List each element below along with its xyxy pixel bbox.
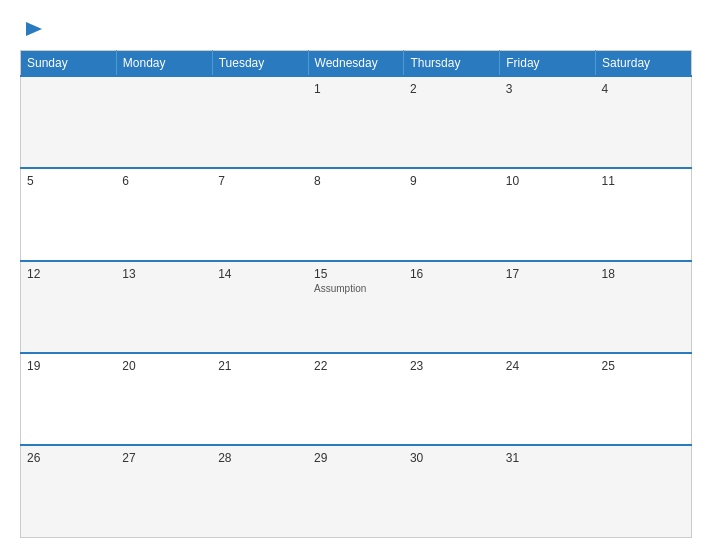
calendar-week-row: 19202122232425 bbox=[21, 353, 692, 445]
weekday-header-row: SundayMondayTuesdayWednesdayThursdayFrid… bbox=[21, 51, 692, 77]
calendar-week-row: 567891011 bbox=[21, 168, 692, 260]
weekday-header-monday: Monday bbox=[116, 51, 212, 77]
logo-flag-icon bbox=[22, 18, 44, 40]
calendar-cell: 20 bbox=[116, 353, 212, 445]
day-number: 26 bbox=[27, 451, 110, 465]
day-number: 12 bbox=[27, 267, 110, 281]
event-label: Assumption bbox=[314, 283, 398, 294]
day-number: 6 bbox=[122, 174, 206, 188]
day-number: 17 bbox=[506, 267, 590, 281]
day-number: 29 bbox=[314, 451, 398, 465]
calendar-cell: 5 bbox=[21, 168, 117, 260]
calendar-body: 123456789101112131415Assumption161718192… bbox=[21, 76, 692, 538]
calendar-cell: 11 bbox=[596, 168, 692, 260]
day-number: 23 bbox=[410, 359, 494, 373]
calendar-cell: 8 bbox=[308, 168, 404, 260]
calendar-page: SundayMondayTuesdayWednesdayThursdayFrid… bbox=[0, 0, 712, 550]
calendar-cell: 17 bbox=[500, 261, 596, 353]
calendar-header: SundayMondayTuesdayWednesdayThursdayFrid… bbox=[21, 51, 692, 77]
page-header bbox=[20, 18, 692, 40]
weekday-header-tuesday: Tuesday bbox=[212, 51, 308, 77]
calendar-cell: 12 bbox=[21, 261, 117, 353]
calendar-cell: 1 bbox=[308, 76, 404, 168]
calendar-cell: 18 bbox=[596, 261, 692, 353]
calendar-cell: 30 bbox=[404, 445, 500, 537]
calendar-cell: 7 bbox=[212, 168, 308, 260]
calendar-cell: 28 bbox=[212, 445, 308, 537]
day-number: 25 bbox=[602, 359, 685, 373]
calendar-cell: 21 bbox=[212, 353, 308, 445]
calendar-cell bbox=[212, 76, 308, 168]
calendar-cell: 26 bbox=[21, 445, 117, 537]
calendar-cell: 13 bbox=[116, 261, 212, 353]
calendar-cell: 27 bbox=[116, 445, 212, 537]
day-number: 7 bbox=[218, 174, 302, 188]
calendar-cell: 19 bbox=[21, 353, 117, 445]
calendar-cell bbox=[116, 76, 212, 168]
day-number: 21 bbox=[218, 359, 302, 373]
day-number: 18 bbox=[602, 267, 685, 281]
calendar-cell: 29 bbox=[308, 445, 404, 537]
calendar-cell: 15Assumption bbox=[308, 261, 404, 353]
day-number: 3 bbox=[506, 82, 590, 96]
calendar-week-row: 262728293031 bbox=[21, 445, 692, 537]
weekday-header-saturday: Saturday bbox=[596, 51, 692, 77]
day-number: 16 bbox=[410, 267, 494, 281]
calendar-cell: 2 bbox=[404, 76, 500, 168]
day-number: 27 bbox=[122, 451, 206, 465]
calendar-cell: 10 bbox=[500, 168, 596, 260]
day-number: 5 bbox=[27, 174, 110, 188]
calendar-cell bbox=[596, 445, 692, 537]
calendar-cell: 22 bbox=[308, 353, 404, 445]
weekday-header-friday: Friday bbox=[500, 51, 596, 77]
day-number: 8 bbox=[314, 174, 398, 188]
day-number: 13 bbox=[122, 267, 206, 281]
day-number: 28 bbox=[218, 451, 302, 465]
logo bbox=[20, 18, 44, 40]
calendar-week-row: 12131415Assumption161718 bbox=[21, 261, 692, 353]
calendar-cell: 4 bbox=[596, 76, 692, 168]
calendar-cell bbox=[21, 76, 117, 168]
calendar-cell: 9 bbox=[404, 168, 500, 260]
day-number: 15 bbox=[314, 267, 398, 281]
calendar-cell: 16 bbox=[404, 261, 500, 353]
calendar-cell: 31 bbox=[500, 445, 596, 537]
day-number: 30 bbox=[410, 451, 494, 465]
calendar-cell: 25 bbox=[596, 353, 692, 445]
day-number: 22 bbox=[314, 359, 398, 373]
day-number: 10 bbox=[506, 174, 590, 188]
calendar-table: SundayMondayTuesdayWednesdayThursdayFrid… bbox=[20, 50, 692, 538]
calendar-cell: 3 bbox=[500, 76, 596, 168]
calendar-cell: 14 bbox=[212, 261, 308, 353]
day-number: 2 bbox=[410, 82, 494, 96]
calendar-cell: 24 bbox=[500, 353, 596, 445]
day-number: 20 bbox=[122, 359, 206, 373]
svg-marker-0 bbox=[26, 22, 42, 36]
weekday-header-thursday: Thursday bbox=[404, 51, 500, 77]
day-number: 9 bbox=[410, 174, 494, 188]
day-number: 14 bbox=[218, 267, 302, 281]
day-number: 4 bbox=[602, 82, 685, 96]
day-number: 11 bbox=[602, 174, 685, 188]
calendar-week-row: 1234 bbox=[21, 76, 692, 168]
day-number: 31 bbox=[506, 451, 590, 465]
weekday-header-sunday: Sunday bbox=[21, 51, 117, 77]
day-number: 19 bbox=[27, 359, 110, 373]
day-number: 24 bbox=[506, 359, 590, 373]
weekday-header-wednesday: Wednesday bbox=[308, 51, 404, 77]
calendar-cell: 6 bbox=[116, 168, 212, 260]
day-number: 1 bbox=[314, 82, 398, 96]
calendar-cell: 23 bbox=[404, 353, 500, 445]
